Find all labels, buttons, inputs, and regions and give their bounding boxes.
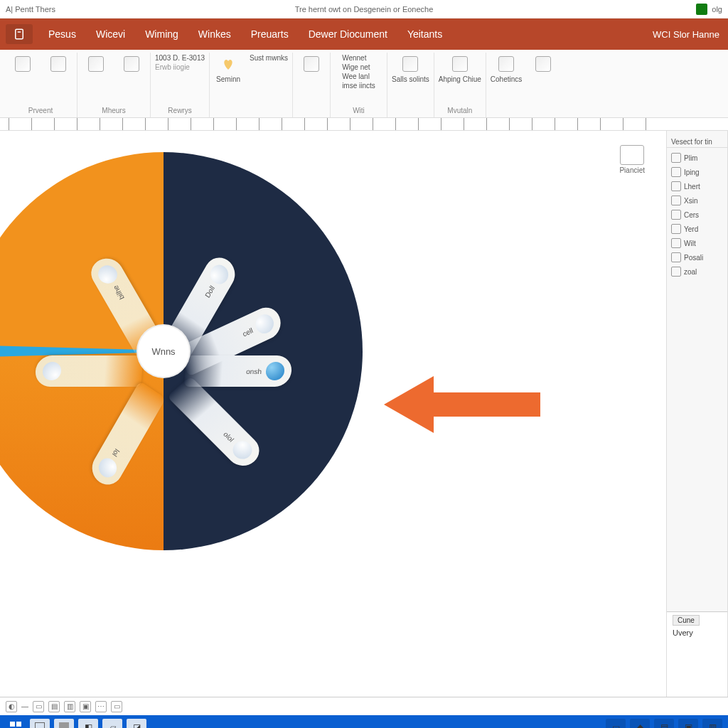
- item-icon: [671, 196, 681, 205]
- spoke-icon: [229, 437, 256, 462]
- account-badge-icon[interactable]: [696, 4, 707, 15]
- ribbon-group-styles: Salls solints: [387, 53, 434, 117]
- app-title: A| Pentt Thers: [6, 5, 55, 14]
- item-icon: [671, 210, 681, 220]
- task-pane-item[interactable]: Posali: [667, 250, 727, 264]
- svg-rect-3: [16, 722, 21, 727]
- tab-pesus[interactable]: Pesus: [38, 18, 86, 50]
- ribbon-text[interactable]: Wee lanl: [342, 73, 370, 80]
- item-icon: [671, 224, 681, 234]
- tray-icon[interactable]: ▤: [654, 719, 674, 728]
- tray-icon[interactable]: ◆: [630, 719, 650, 728]
- ribbon-text[interactable]: Wige net: [342, 63, 370, 71]
- ribbon-group-paragraph: Seminn Sust mwnks: [210, 53, 293, 117]
- taskbar-app[interactable]: ◪: [127, 719, 146, 728]
- slide-canvas[interactable]: Pianciet bilhe Doll cell onsh olol lo: [0, 131, 667, 697]
- tray-icon[interactable]: ▭: [606, 719, 626, 728]
- wheel-diagram[interactable]: bilhe Doll cell onsh olol lol Wnns: [0, 152, 363, 550]
- view-normal-icon[interactable]: ▭: [33, 701, 44, 712]
- tab-winkes[interactable]: Winkes: [188, 18, 241, 50]
- taskbar-app[interactable]: [30, 719, 50, 728]
- ribbon-group-label: Mheurs: [102, 107, 125, 116]
- ribbon-button[interactable]: [297, 54, 326, 74]
- tab-wicevi[interactable]: Wicevi: [86, 18, 135, 50]
- taskbar-app[interactable]: ▱: [102, 719, 122, 728]
- ribbon-group-voice: Cohetincs: [486, 53, 562, 117]
- task-pane-item[interactable]: Wilt: [667, 236, 727, 250]
- task-pane-item[interactable]: Cers: [667, 208, 727, 222]
- arrow-left-icon: [384, 373, 540, 437]
- task-pane: Vesect for tin Plim Iping Lhert Xsin Cer…: [667, 131, 728, 697]
- panel-label: Pianciet: [619, 166, 645, 174]
- ribbon-button[interactable]: [9, 54, 37, 74]
- more-icon: [535, 56, 551, 72]
- task-pane-item[interactable]: Iping: [667, 165, 727, 179]
- spoke-icon: [265, 362, 285, 380]
- ribbon-group-label: Mvutaln: [447, 107, 472, 116]
- status-icon[interactable]: ◐: [6, 701, 17, 712]
- panel-toggle[interactable]: Pianciet: [619, 145, 645, 174]
- callout-arrow[interactable]: [384, 373, 540, 439]
- horizontal-ruler[interactable]: [0, 118, 728, 131]
- ribbon-button[interactable]: Salls solints: [392, 54, 429, 83]
- ribbon-group-label: Prveent: [28, 107, 53, 116]
- wheel-center[interactable]: Wnns: [138, 326, 189, 377]
- tab-preuarts[interactable]: Preuarts: [241, 18, 299, 50]
- taskbar-app[interactable]: [54, 719, 74, 728]
- ribbon-button[interactable]: Cohetincs: [491, 54, 522, 83]
- item-icon: [671, 238, 681, 248]
- ribbon-text[interactable]: Wennet: [342, 54, 366, 62]
- pen-icon: [304, 56, 319, 72]
- tab-yeitants[interactable]: Yeitants: [397, 18, 452, 50]
- tray-icon[interactable]: ▥: [702, 719, 722, 728]
- view-slideshow-icon[interactable]: ▣: [80, 701, 91, 712]
- task-pane-item[interactable]: Yerd: [667, 222, 727, 236]
- task-pane-item[interactable]: Plim: [667, 151, 727, 165]
- tray-icon[interactable]: ▣: [678, 719, 698, 728]
- spoke-icon: [207, 261, 232, 287]
- task-pane-header: Vesect for tin: [667, 136, 727, 148]
- ribbon-text[interactable]: Sust mwnks: [250, 54, 288, 62]
- paste-icon: [15, 56, 31, 72]
- grid-icon: [498, 56, 514, 72]
- item-icon: [671, 153, 681, 163]
- task-pane-item[interactable]: Lhert: [667, 179, 727, 193]
- ribbon-group-clipboard: Prveent: [4, 53, 77, 117]
- ribbon-text[interactable]: Erwb iiogie: [155, 63, 190, 71]
- windows-taskbar: ◧ ▱ ◪ ▭ ◆ ▤ ▣ ▥: [0, 715, 728, 728]
- taskbar-app[interactable]: ◧: [78, 719, 98, 728]
- ribbon-button[interactable]: [82, 54, 110, 74]
- ribbon-button[interactable]: [529, 54, 557, 74]
- ribbon-text[interactable]: imse iincts: [342, 82, 375, 90]
- task-pane-item[interactable]: Xsin: [667, 193, 727, 208]
- view-reading-icon[interactable]: ▥: [64, 701, 75, 712]
- ribbon-button[interactable]: Ahping Chiue: [439, 54, 481, 83]
- page-icon: [50, 56, 66, 72]
- panel-icon: [620, 145, 644, 165]
- share-label[interactable]: WCI Slor Hanne: [653, 29, 728, 40]
- shape-icon: [88, 56, 104, 72]
- item-icon: [671, 167, 681, 177]
- tab-wiming[interactable]: Wiming: [135, 18, 188, 50]
- ribbon-group-arrange: Wennet Wige net Wee lanl imse iincts Wit…: [331, 53, 387, 117]
- task-pane-item[interactable]: zoal: [667, 264, 727, 279]
- tab-dewer[interactable]: Dewer Diocument: [299, 18, 397, 50]
- ribbon-text[interactable]: 1003 D. E-3013: [155, 54, 205, 62]
- view-sorter-icon[interactable]: ▤: [48, 701, 60, 712]
- palette-icon: [402, 56, 418, 72]
- ribbon-tabstrip: Pesus Wicevi Wiming Winkes Preuarts Dewe…: [0, 18, 728, 50]
- ribbon-button[interactable]: [117, 54, 146, 74]
- properties-tab[interactable]: Cune: [673, 615, 700, 626]
- account-text: olg: [712, 5, 722, 14]
- spoke-icon: [95, 262, 120, 287]
- spoke-icon: [253, 311, 277, 336]
- properties-text: Uvery: [673, 628, 722, 637]
- status-icon[interactable]: ▭: [111, 701, 122, 712]
- ribbon-button[interactable]: Seminn: [214, 54, 242, 83]
- svg-marker-1: [384, 376, 540, 433]
- ribbon-button[interactable]: [44, 54, 73, 74]
- start-button[interactable]: [6, 719, 26, 728]
- spoke-icon: [42, 362, 62, 380]
- status-icon[interactable]: ⋯: [95, 701, 107, 712]
- file-tab-icon[interactable]: [6, 24, 33, 44]
